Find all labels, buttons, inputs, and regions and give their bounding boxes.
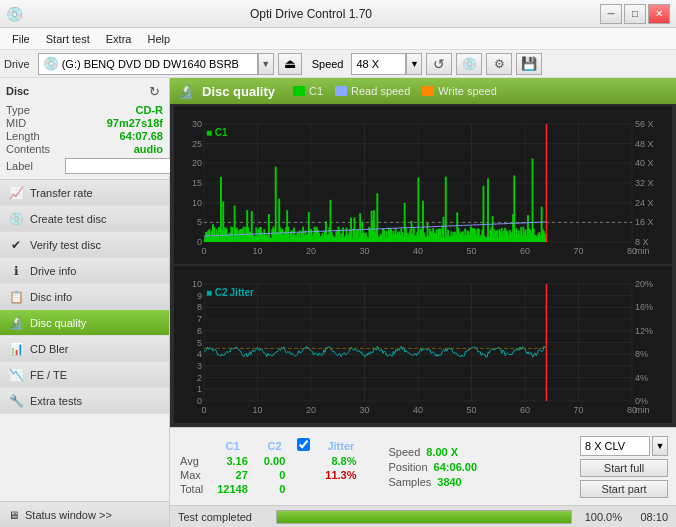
drive-info-icon: ℹ <box>8 263 24 279</box>
length-label: Length <box>6 130 61 142</box>
menu-start-test[interactable]: Start test <box>38 31 98 47</box>
mid-label: MID <box>6 117 61 129</box>
speed-dropdown-button[interactable]: ▼ <box>406 53 422 75</box>
sidebar-item-drive-info-label: Drive info <box>30 265 76 277</box>
chart2-container <box>174 266 672 423</box>
sidebar-item-cd-bler[interactable]: 📊 CD Bler <box>0 336 169 362</box>
sidebar-item-drive-info[interactable]: ℹ Drive info <box>0 258 169 284</box>
disc-info-icon: 📋 <box>8 289 24 305</box>
sidebar-item-fe-te[interactable]: 📉 FE / TE <box>0 362 169 388</box>
app-title: Opti Drive Control 1.70 <box>22 7 600 21</box>
app-icon: 💿 <box>6 6 22 22</box>
avg-c2: 0.00 <box>256 454 293 468</box>
sidebar: Disc ↻ Type CD-R MID 97m27s18f Length 64… <box>0 78 170 527</box>
speed-select-row: 8 X CLV ▼ <box>580 436 668 456</box>
start-full-button[interactable]: Start full <box>580 459 668 477</box>
drive-dropdown-button[interactable]: ▼ <box>258 53 274 75</box>
status-window-label: Status window >> <box>25 509 112 521</box>
disc-refresh-button[interactable]: ↻ <box>145 82 163 100</box>
extra-tests-icon: 🔧 <box>8 393 24 409</box>
disc-quality-icon: 🔬 <box>8 315 24 331</box>
chart1-canvas <box>174 106 672 264</box>
start-part-button[interactable]: Start part <box>580 480 668 498</box>
speed-info-value: 8.00 X <box>426 446 458 458</box>
avg-c1: 3.16 <box>209 454 256 468</box>
main-layout: Disc ↻ Type CD-R MID 97m27s18f Length 64… <box>0 78 676 527</box>
sidebar-item-cd-bler-label: CD Bler <box>30 343 69 355</box>
type-value: CD-R <box>61 104 163 116</box>
maximize-button[interactable]: □ <box>624 4 646 24</box>
menu-extra[interactable]: Extra <box>98 31 140 47</box>
speed-label: Speed <box>312 58 344 70</box>
sidebar-item-verify-test-disc-label: Verify test disc <box>30 239 101 251</box>
sidebar-item-verify-test-disc[interactable]: ✔ Verify test disc <box>0 232 169 258</box>
verify-test-disc-icon: ✔ <box>8 237 24 253</box>
content-area: 🔬 Disc quality C1 Read speed Write speed <box>170 78 676 527</box>
legend-c1-color <box>293 86 305 96</box>
fe-te-icon: 📉 <box>8 367 24 383</box>
speed-info-label: Speed <box>388 446 420 458</box>
sidebar-item-transfer-rate[interactable]: 📈 Transfer rate <box>0 180 169 206</box>
disc-quality-header: 🔬 Disc quality C1 Read speed Write speed <box>170 78 676 104</box>
speed-selector-right-value: 8 X CLV <box>585 440 625 452</box>
progress-track <box>276 510 572 524</box>
legend-read-speed-color <box>335 86 347 96</box>
sidebar-item-transfer-rate-label: Transfer rate <box>30 187 93 199</box>
eject-button[interactable]: ⏏ <box>278 53 302 75</box>
position-label: Position <box>388 461 427 473</box>
drive-label: Drive <box>4 58 30 70</box>
chart1-container <box>174 106 672 264</box>
speed-dropdown-right-button[interactable]: ▼ <box>652 436 668 456</box>
save-button[interactable]: 💾 <box>516 53 542 75</box>
sidebar-item-disc-info[interactable]: 📋 Disc info <box>0 284 169 310</box>
progress-percent: 100.0% <box>580 511 622 523</box>
window-controls: ─ □ ✕ <box>600 4 670 24</box>
sidebar-item-extra-tests-label: Extra tests <box>30 395 82 407</box>
drive-icon: 💿 <box>43 56 59 71</box>
stats-header-empty <box>178 437 209 454</box>
chart2-canvas <box>174 266 672 423</box>
stats-header-jitter-check <box>293 437 317 454</box>
close-button[interactable]: ✕ <box>648 4 670 24</box>
disc-button[interactable]: 💿 <box>456 53 482 75</box>
menu-file[interactable]: File <box>4 31 38 47</box>
disc-panel-title: Disc <box>6 85 29 97</box>
settings-button[interactable]: ⚙ <box>486 53 512 75</box>
avg-label: Avg <box>178 454 209 468</box>
max-c2: 0 <box>256 468 293 482</box>
status-window[interactable]: 🖥 Status window >> <box>0 501 169 527</box>
stats-bar: C1 C2 Jitter Avg 3.16 0.00 8.8% <box>170 427 676 505</box>
transfer-rate-icon: 📈 <box>8 185 24 201</box>
minimize-button[interactable]: ─ <box>600 4 622 24</box>
position-value: 64:06.00 <box>434 461 477 473</box>
cd-bler-icon: 📊 <box>8 341 24 357</box>
disc-quality-title: Disc quality <box>202 84 275 99</box>
sidebar-item-disc-quality[interactable]: 🔬 Disc quality <box>0 310 169 336</box>
sidebar-item-create-test-disc[interactable]: 💿 Create test disc <box>0 206 169 232</box>
progress-time: 08:10 <box>630 511 668 523</box>
legend-read-speed: Read speed <box>335 85 410 97</box>
contents-value: audio <box>61 143 163 155</box>
speed-selector[interactable]: 48 X <box>351 53 406 75</box>
refresh-button[interactable]: ↺ <box>426 53 452 75</box>
sidebar-item-extra-tests[interactable]: 🔧 Extra tests <box>0 388 169 414</box>
title-bar: 💿 Opti Drive Control 1.70 ─ □ ✕ <box>0 0 676 28</box>
speed-selector-right[interactable]: 8 X CLV <box>580 436 650 456</box>
stats-header-jitter: Jitter <box>317 437 364 454</box>
type-label: Type <box>6 104 61 116</box>
jitter-checkbox[interactable] <box>297 438 310 451</box>
progress-status: Test completed <box>178 511 268 523</box>
total-c1: 12148 <box>209 482 256 496</box>
stats-header-c2: C2 <box>256 437 293 454</box>
mid-value: 97m27s18f <box>61 117 163 129</box>
legend-c1-label: C1 <box>309 85 323 97</box>
progress-bar-area: Test completed 100.0% 08:10 <box>170 505 676 527</box>
drive-value: (G:) BENQ DVD DD DW1640 BSRB <box>62 58 239 70</box>
menu-help[interactable]: Help <box>139 31 178 47</box>
length-value: 64:07.68 <box>61 130 163 142</box>
drive-selector[interactable]: 💿 (G:) BENQ DVD DD DW1640 BSRB <box>38 53 258 75</box>
disc-quality-legend: C1 Read speed Write speed <box>293 85 497 97</box>
menu-bar: File Start test Extra Help <box>0 28 676 50</box>
legend-write-speed-color <box>422 86 434 96</box>
samples-value: 3840 <box>437 476 461 488</box>
